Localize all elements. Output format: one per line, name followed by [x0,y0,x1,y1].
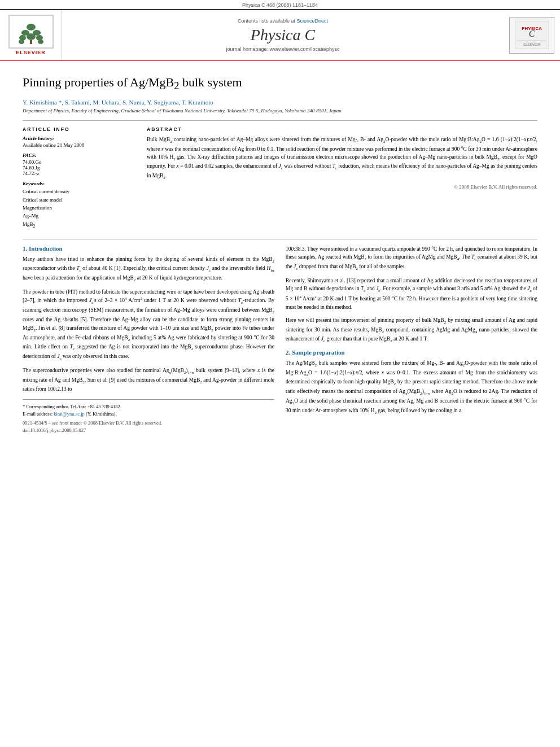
keyword-5: MgB2 [23,220,135,230]
section1-title: 1. Introduction [23,245,274,252]
keywords-list: Critical current density Critical state … [23,187,135,229]
abstract-heading: ABSTRACT [147,126,537,132]
keywords-label: Keywords: [23,181,135,186]
elsevier-tree-icon [17,23,45,45]
physica-c-logo: PHYSICA C ELSEVIER [509,17,554,54]
svg-point-0 [27,24,36,30]
section1-right-para2: Recently, Shimoyama et al. [13] reported… [286,277,537,312]
copyright-line: © 2008 Elsevier B.V. All rights reserved… [147,184,537,190]
affiliation-line: Department of Physics, Faculty of Engine… [23,108,537,113]
keyword-3: Magnetization [23,204,135,212]
section1-right-para1: 100:38.3. They were sintered in a vacuum… [286,245,537,272]
svg-text:ELSEVIER: ELSEVIER [523,43,540,46]
keyword-4: Ag–Mg [23,212,135,220]
article-title: Pinning properties of Ag/MgB2 bulk syste… [23,75,537,93]
history-label: Article history: [23,136,135,141]
pacs-1: 74.60.Ge [23,159,135,165]
email-link[interactable]: kimi@ynu.ac.jp [54,411,85,417]
section1-right-para3: Here we will present the improvement of … [286,316,537,344]
elsevier-logo-section: ELSEVIER [0,10,62,60]
content-divider [23,239,537,239]
keyword-1: Critical current density [23,187,135,195]
info-abstract-section: ARTICLE INFO Article history: Available … [23,120,537,229]
journal-title: Physica C [251,26,315,44]
section1-para3: The superconductive properties were also… [23,366,274,394]
article-info-heading: ARTICLE INFO [23,126,135,132]
body-left-col: 1. Introduction Many authors have tried … [23,245,274,434]
pacs-2: 74.60.Jg [23,165,135,171]
section1-para1: Many authors have tried to enhance the p… [23,255,274,283]
pacs-3: 74.72.-z [23,171,135,176]
elsevier-logo-box [8,15,54,49]
journal-header: ELSEVIER Contents lists available at Sci… [0,10,560,61]
svg-point-7 [19,40,24,44]
section2-para1: The Ag/MgB2 bulk samples were sintered f… [286,359,537,416]
issn-line: 0921-4534/$ – see front matter © 2008 El… [23,420,274,434]
svg-point-8 [38,40,43,44]
keyword-2: Critical state model [23,196,135,204]
section1-para2: The powder in tube (PIT) method to fabri… [23,288,274,362]
pacs-label: PACS: [23,152,135,158]
physica-c-icon: PHYSICA C ELSEVIER [515,21,549,49]
available-online: Available online 21 May 2008 [23,142,135,148]
contents-available-line: Contents lists available at ScienceDirec… [238,18,328,24]
svg-text:C: C [529,29,535,38]
svg-point-4 [27,33,36,40]
main-content: Pinning properties of Ag/MgB2 bulk syste… [0,61,560,443]
right-logo-section: PHYSICA C ELSEVIER [504,10,560,60]
authors-line: Y. Kimishima *, S. Takami, M. Uehara, S.… [23,99,537,106]
journal-center-section: Contents lists available at ScienceDirec… [62,10,504,60]
sciencedirect-link[interactable]: ScienceDirect [297,18,329,24]
footnotes: * Corresponding author. Tel./fax: +81 45… [23,399,274,434]
elsevier-brand-text: ELSEVIER [16,50,46,55]
journal-homepage: journal homepage: www.elsevier.com/locat… [226,46,339,52]
abstract-text: Bulk MgB2 containing nano-particles of A… [147,136,537,181]
corresponding-author: * Corresponding author. Tel./fax: +81 45… [23,403,274,410]
body-right-col: 100:38.3. They were sintered in a vacuum… [286,245,537,434]
email-line: E-mail address: kimi@ynu.ac.jp (Y. Kimis… [23,410,274,418]
pacs-values: 74.60.Ge 74.60.Jg 74.72.-z [23,159,135,176]
svg-rect-6 [30,40,32,44]
abstract-col: ABSTRACT Bulk MgB2 containing nano-parti… [147,126,537,229]
body-content: 1. Introduction Many authors have tried … [23,245,537,434]
journal-citation: Physica C 468 (2008) 1181–1184 [242,2,318,8]
article-info-col: ARTICLE INFO Article history: Available … [23,126,135,229]
physica-reference: Physica C 468 (2008) 1181–1184 [0,0,560,10]
section2-title: 2. Sample preparation [286,349,537,356]
